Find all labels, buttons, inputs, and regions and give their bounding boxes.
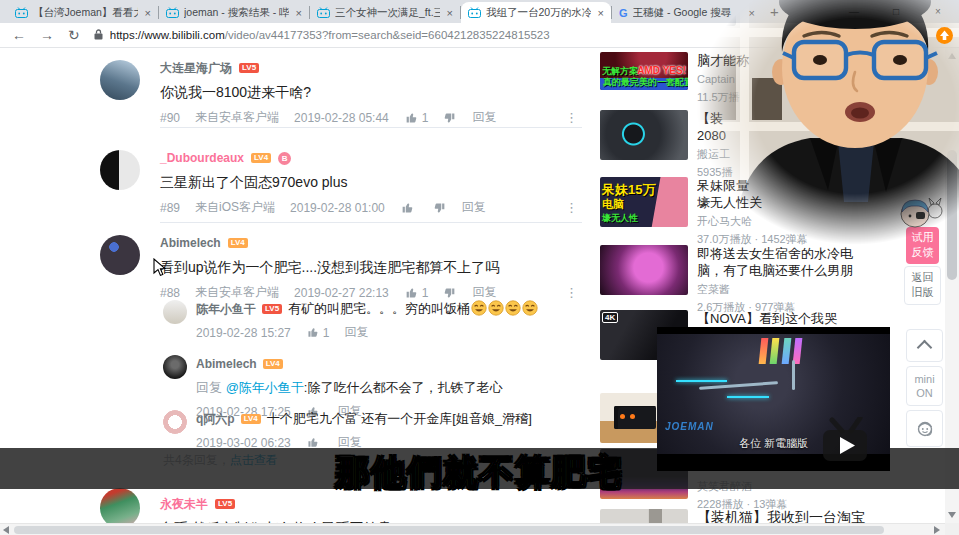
tab-close-icon[interactable]: ×: [143, 7, 151, 19]
dislike-button[interactable]: [443, 286, 457, 300]
avatar[interactable]: [100, 60, 140, 100]
level-badge: LV5: [215, 499, 235, 509]
tab-close-icon[interactable]: ×: [294, 7, 302, 19]
tab-title: 【台湾Joeman】看看大陆...: [33, 6, 138, 20]
bilibili-tab-icon: [166, 7, 179, 18]
pip-watermark: JOEMAN: [665, 421, 714, 432]
thumb-pc-box: [614, 406, 656, 429]
scroll-down-arrow-icon[interactable]: [948, 512, 956, 518]
level-badge: LV5: [239, 63, 259, 73]
comment-floor: #89: [160, 201, 180, 215]
level-badge: LV4: [228, 238, 248, 248]
laugh-emote-icon: [471, 300, 487, 316]
comment-time: 2019-02-28 01:00: [290, 201, 385, 215]
comment-menu-icon[interactable]: ⋮: [565, 285, 578, 300]
lock-icon: [94, 26, 103, 44]
comment-time: 2019-02-27 22:13: [294, 286, 389, 300]
comment-divider: [160, 127, 582, 128]
video-title[interactable]: 【NOVA】看到这个我哭: [697, 310, 940, 327]
commenter-name[interactable]: Abimelech: [160, 236, 221, 250]
forward-button[interactable]: →: [40, 28, 54, 42]
chevron-up-icon: [917, 340, 933, 356]
back-button[interactable]: ←: [12, 28, 26, 42]
commenter-name[interactable]: _Dubourdeaux: [160, 151, 244, 165]
4k-badge: 4K: [602, 312, 618, 323]
video-thumbnail[interactable]: 呆妹15万 电脑 壕无人性: [600, 177, 688, 227]
reply-text: 回复 @陈年小鱼干:除了吃什么都不会了，扎铁了老心: [196, 379, 502, 397]
avatar[interactable]: [100, 235, 140, 275]
video-thumbnail[interactable]: 无解方案 AMD YES! 真的最完美的一套配置: [600, 52, 688, 90]
reply-button[interactable]: 回复: [462, 199, 486, 216]
video-thumbnail[interactable]: [600, 110, 688, 160]
video-thumbnail[interactable]: [600, 245, 688, 295]
comment-menu-icon[interactable]: ⋮: [565, 110, 578, 125]
horizontal-scrollbar[interactable]: [0, 523, 945, 535]
tab-goddess-video[interactable]: 三个女神一次满足_ft.三上... ×: [310, 2, 460, 23]
reply-time: 2019-02-28 15:27: [196, 326, 291, 340]
commenter-name[interactable]: q阿六p: [196, 410, 235, 428]
commenter-name[interactable]: Abimelech: [196, 355, 257, 373]
reply-1: 陈年小鱼干 LV5 有矿的叫肥宅。。。穷的叫饭桶 2019-02-28 15:2…: [163, 300, 583, 341]
commenter-name[interactable]: 大连星海广场: [160, 60, 232, 77]
tab-watercooled-pc[interactable]: 我组了一台20万的水冷电脑 ×: [461, 2, 611, 23]
comment-floor: #88: [160, 286, 180, 300]
like-button[interactable]: [400, 201, 418, 215]
mini-player-button[interactable]: mini ON: [906, 366, 943, 406]
laugh-emote-icon: [505, 300, 521, 316]
bilibili-tab-icon: [468, 7, 481, 18]
reply-button[interactable]: 回复: [472, 284, 496, 301]
download-extension-icon[interactable]: [936, 27, 953, 48]
reply-button[interactable]: 回复: [344, 324, 368, 341]
mouse-cursor: [153, 258, 166, 281]
scroll-left-arrow-icon[interactable]: [3, 526, 9, 534]
laugh-emote-icon: [488, 300, 504, 316]
video-card[interactable]: 即将送去女生宿舍的水冷电 脑，有了电脑还要什么男朋 空菜酱 2.6万播放 · 9…: [600, 245, 940, 315]
google-tab-icon: G: [619, 7, 628, 19]
level-badge: LV5: [262, 304, 282, 314]
scrollbar-thumb[interactable]: [14, 526, 884, 534]
reply-text: 十个肥宅九个富 还有一个开金库[姐音娘_滑稽]: [267, 410, 532, 428]
tab-title: joeman - 搜索结果 - 哔哩哔...: [184, 6, 289, 20]
comment-88: Abimelech LV4 看到up说作为一个肥宅....没想到我连肥宅都算不上…: [100, 235, 582, 301]
thumb-overlay-text: 电脑: [602, 197, 624, 212]
comment-client: 来自安卓客户端: [195, 284, 279, 301]
scroll-right-arrow-icon[interactable]: [934, 526, 940, 534]
tab-title: 我组了一台20万的水冷电脑: [486, 6, 591, 20]
tab-joeman-search[interactable]: joeman - 搜索结果 - 哔哩哔... ×: [159, 2, 309, 23]
reply-button[interactable]: 回复: [472, 109, 496, 126]
dislike-button[interactable]: [443, 111, 457, 125]
tab-close-icon[interactable]: ×: [445, 7, 453, 19]
back-to-top-button[interactable]: [906, 329, 943, 362]
back-to-old-version-button[interactable]: 返回 旧版: [904, 266, 941, 305]
customer-service-button[interactable]: [906, 410, 943, 447]
avatar[interactable]: [163, 355, 187, 379]
reply-3: q阿六p LV4 十个肥宅九个富 还有一个开金库[姐音娘_滑稽] 2019-03…: [163, 410, 583, 451]
level-badge: LV4: [251, 153, 271, 163]
commenter-name[interactable]: 永夜未半: [160, 496, 208, 513]
like-button[interactable]: 1: [306, 326, 330, 340]
comment-divider: [160, 222, 582, 223]
level-badge: LV4: [241, 414, 261, 424]
comment-89: _Dubourdeaux LV4 B 三星新出了个固态970evo plus #…: [100, 150, 582, 216]
dislike-button[interactable]: [433, 201, 447, 215]
bilibili-tab-icon: [317, 7, 330, 18]
thumb-overlay-text: 壕无人性: [602, 212, 638, 225]
comment-text: 你说我一8100进来干啥?: [160, 82, 582, 102]
level-badge: LV4: [263, 359, 283, 369]
commenter-name[interactable]: 陈年小鱼干: [196, 300, 256, 318]
comment-menu-icon[interactable]: ⋮: [565, 200, 578, 215]
tab-joeman-video1[interactable]: 【台湾Joeman】看看大陆... ×: [8, 2, 158, 23]
avatar[interactable]: [163, 410, 187, 434]
video-subtitle: 那他們就不算肥宅: [0, 450, 959, 496]
like-button[interactable]: 1: [404, 111, 429, 125]
mention-link[interactable]: @陈年小鱼干: [226, 380, 304, 395]
comment-time: 2019-02-28 05:44: [294, 111, 389, 125]
reload-button[interactable]: ↻: [68, 28, 80, 42]
comment-text: 看到up说作为一个肥宅....没想到我连肥宅都算不上了吗: [160, 257, 582, 277]
tab-close-icon[interactable]: ×: [596, 7, 604, 19]
webcam-scene: [688, 0, 959, 252]
avatar[interactable]: [163, 300, 187, 324]
comment-text: 三星新出了个固态970evo plus: [160, 172, 582, 192]
avatar[interactable]: [100, 150, 140, 190]
like-button[interactable]: 1: [404, 286, 429, 300]
